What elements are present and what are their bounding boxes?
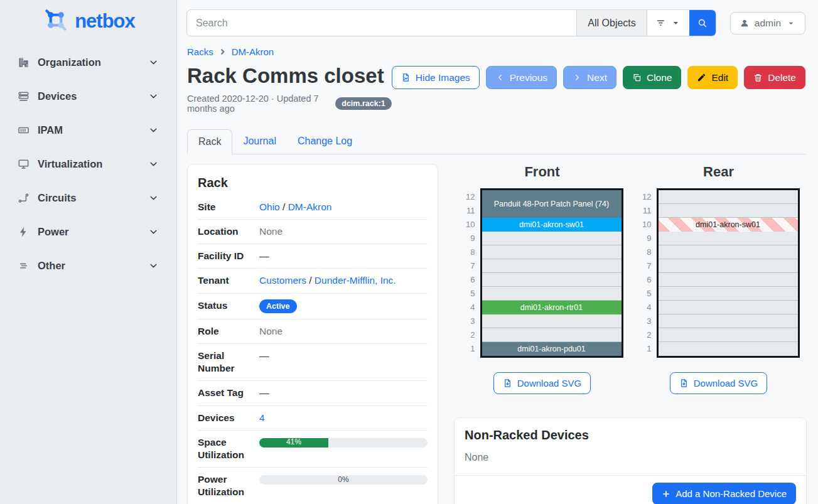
trash-icon [753,73,763,82]
rack-unit-empty[interactable] [659,301,798,314]
rack-unit-empty[interactable] [659,287,798,301]
sidebar-item-ipam[interactable]: IPAM [11,121,165,140]
unit-number: 4 [461,301,475,314]
field-label: Tenant [198,274,259,287]
rack-unit-empty[interactable] [659,245,798,259]
tab-journal[interactable]: Journal [232,129,286,154]
sidebar-item-virtualization[interactable]: Virtualization [11,154,165,174]
field-label: Space Utilization [198,436,259,461]
rack-unit-empty[interactable] [659,204,798,218]
clone-label: Clone [647,72,672,83]
sidebar-item-label: Power [38,226,140,238]
rack-unit-empty[interactable] [659,232,798,245]
search-filter-button[interactable] [647,10,689,36]
chevron-right-icon [219,48,226,55]
dunder-mifflin-inc-link[interactable]: Dunder-Mifflin, Inc. [315,274,396,287]
field-text: — [259,250,269,262]
download-svg-front-button[interactable]: Download SVG [493,372,591,394]
clone-button[interactable]: Clone [623,66,682,89]
sidebar-item-circuits[interactable]: Circuits [11,188,165,208]
caret-down-icon [670,18,681,28]
non-racked-title: Non-Racked Devices [455,418,806,442]
rack-device-dmi01-akron-sw01[interactable]: dmi01-akron-sw01 [659,218,798,232]
main-row: Rack SiteOhio / DM-AkronLocationNoneFaci… [177,154,818,504]
rack-unit-empty[interactable] [482,245,622,259]
field-label: Status [198,299,259,314]
field-value: Customers / Dunder-Mifflin, Inc. [259,274,428,287]
unit-number: 2 [461,328,475,342]
rack-device-dmi01-akron-sw01[interactable]: dmi01-akron-sw01 [482,218,622,232]
tab-rack[interactable]: Rack [187,129,232,154]
sidebar-item-label: IPAM [38,124,140,136]
sidebar-item-power[interactable]: Power [11,222,165,242]
breadcrumb-dm-akron-link[interactable]: DM-Akron [232,46,274,57]
rack-unit-empty[interactable] [482,314,622,328]
unit-number: 8 [461,245,475,259]
tab-bar: Rack Journal Change Log [187,129,805,154]
rack-unit-empty[interactable] [659,259,798,273]
progress-label: 0% [259,475,428,485]
rack-unit-empty[interactable] [482,273,622,287]
dm-akron-link[interactable]: DM-Akron [288,201,332,213]
filter-icon [655,18,666,28]
unit-number: 4 [638,301,652,314]
rack-unit-empty[interactable] [482,232,622,245]
add-non-racked-device-button[interactable]: Add a Non-Racked Device [652,483,796,504]
field-value: 0% [259,473,428,498]
download-svg-label: Download SVG [694,378,758,389]
field-text: — [259,387,269,399]
unit-number: 9 [461,232,475,245]
rack-unit-empty[interactable] [659,314,798,328]
sidebar-item-devices[interactable]: Devices [11,87,165,106]
unit-number: 8 [638,245,652,259]
unit-number: 2 [638,328,652,342]
netbox-logo[interactable]: netbox [41,6,135,36]
rack-unit-empty[interactable] [482,287,622,301]
rack-unit-empty[interactable] [659,342,798,356]
rack-device-dmi01-akron-pdu01[interactable]: dmi01-akron-pdu01 [482,342,622,356]
previous-label: Previous [510,72,547,83]
field-label: Devices [198,412,259,424]
search-submit-button[interactable] [689,10,716,36]
rack-field-power-utilization: Power Utilization0% [198,468,428,504]
ohio-link[interactable]: Ohio [259,201,280,213]
user-menu-button[interactable]: admin [730,12,805,35]
field-value: 4 [259,412,428,424]
hide-images-button[interactable]: Hide Images [392,66,480,89]
unit-number-column: 121110987654321 [638,188,652,358]
next-button[interactable]: Next [563,66,616,89]
rack-box: Panduit 48-Port Patch Panel (74)dmi01-ak… [480,188,623,358]
delete-button[interactable]: Delete [744,66,805,89]
app-root: netbox OrganizationDevicesIPAMVirtualiza… [0,0,818,504]
edit-button[interactable]: Edit [687,66,738,89]
previous-button[interactable]: Previous [486,66,557,89]
field-value: Ohio / DM-Akron [259,201,428,213]
customers-link[interactable]: Customers [259,274,306,287]
rack-unit-empty[interactable] [482,259,622,273]
next-label: Next [587,72,607,83]
breadcrumb-racks-link[interactable]: Racks [187,46,213,57]
download-svg-rear-button[interactable]: Download SVG [670,372,768,394]
unit-number-column: 121110987654321 [461,188,475,358]
rack-unit-empty[interactable] [482,328,622,342]
created-updated-text: Created 2020-12-20 · Updated 7 months ag… [187,94,330,114]
rack-unit-empty[interactable] [659,328,798,342]
unit-number: 12 [638,190,652,204]
sidebar-item-label: Other [38,260,140,272]
netbox-logo-icon [41,6,70,36]
sidebar-item-other[interactable]: Other [11,256,165,276]
rack-field-table: SiteOhio / DM-AkronLocationNoneFacility … [198,195,428,504]
chevron-down-icon [148,260,159,271]
user-name: admin [755,18,781,29]
rack-unit-empty[interactable] [659,190,798,204]
rack-device-panduit-48-port-patch-panel-74[interactable]: Panduit 48-Port Patch Panel (74) [482,190,622,218]
search-input[interactable] [187,10,576,36]
tab-change-log[interactable]: Change Log [287,129,363,154]
search-scope-button[interactable]: All Objects [576,10,647,36]
rack-unit-empty[interactable] [659,273,798,287]
devices-count-link[interactable]: 4 [259,412,265,424]
rack-device-dmi01-akron-rtr01[interactable]: dmi01-akron-rtr01 [482,301,622,314]
field-label: Location [198,225,259,238]
sidebar-item-organization[interactable]: Organization [11,53,165,72]
rack-field-serial-number: Serial Number— [198,344,428,381]
